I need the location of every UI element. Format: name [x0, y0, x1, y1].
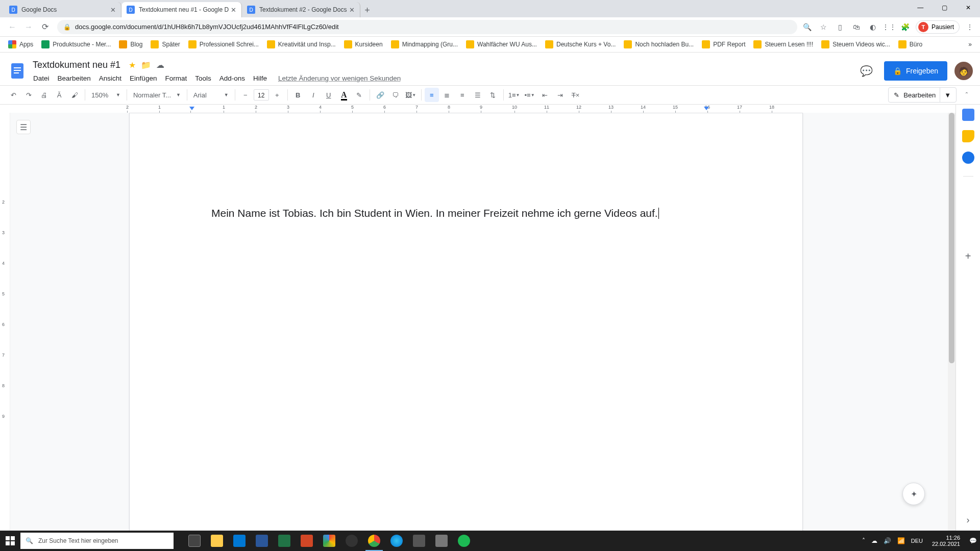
bookmark-item[interactable]: Kursideen	[340, 37, 387, 52]
paint-format-button[interactable]: 🖌	[67, 88, 82, 102]
align-right-button[interactable]: ≡	[455, 88, 470, 102]
editing-mode-select[interactable]: ✎ Bearbeiten ▼	[888, 87, 957, 103]
scrollbar-thumb[interactable]	[949, 113, 954, 363]
document-title-input[interactable]: Textdokument neu #1	[30, 59, 124, 71]
zoom-icon[interactable]: 🔍	[801, 21, 814, 33]
bookmark-item[interactable]: Steuern Videos wic...	[817, 37, 894, 52]
last-edit-link[interactable]: Letzte Änderung vor wenigen Sekunden	[275, 73, 404, 83]
vertical-scrollbar[interactable]	[948, 113, 955, 531]
close-window-button[interactable]: ✕	[956, 0, 980, 15]
share-button[interactable]: 🔒 Freigeben	[884, 61, 947, 81]
start-button[interactable]	[0, 531, 20, 551]
notifications-icon[interactable]: 💬	[969, 537, 977, 544]
print-button[interactable]: 🖨	[37, 88, 51, 102]
profile-chip[interactable]: T Pausiert	[916, 20, 960, 34]
explore-button[interactable]: ✦	[902, 483, 925, 505]
bookmark-item[interactable]: PDF Report	[698, 37, 749, 52]
kebab-menu-icon[interactable]: ⋮	[964, 21, 976, 33]
collapse-toolbar-button[interactable]: ˆ	[960, 88, 974, 102]
menu-datei[interactable]: Datei	[30, 73, 53, 83]
menu-addons[interactable]: Add-ons	[216, 73, 249, 83]
hide-side-panel-button[interactable]: ›	[967, 515, 970, 525]
bookmark-item[interactable]: Professionell Schrei...	[184, 37, 263, 52]
apps-shortcut[interactable]: Apps	[4, 37, 37, 52]
bookmark-item[interactable]: Wahlfächer WU Aus...	[462, 37, 541, 52]
excel-app[interactable]	[274, 531, 295, 551]
chrome-app[interactable]	[363, 531, 385, 551]
bookmark-item[interactable]: Noch hochladen Bu...	[620, 37, 698, 52]
decrease-indent-button[interactable]: ⇤	[538, 88, 552, 102]
account-avatar[interactable]: 🧑	[954, 62, 973, 80]
file-explorer-app[interactable]	[206, 531, 228, 551]
reader-icon[interactable]: ▯	[834, 21, 846, 33]
close-icon[interactable]: ✕	[231, 6, 236, 14]
bookmark-item[interactable]: Kreativität und Insp...	[263, 37, 340, 52]
menu-ansicht[interactable]: Ansicht	[95, 73, 125, 83]
open-comments-button[interactable]: 💬	[856, 61, 877, 81]
insert-link-button[interactable]: 🔗	[373, 88, 387, 102]
word-app[interactable]	[251, 531, 273, 551]
align-center-button[interactable]: ≣	[440, 88, 454, 102]
close-icon[interactable]: ✕	[349, 6, 355, 14]
zoom-select[interactable]: 150%▼	[88, 88, 124, 102]
bookmark-item[interactable]: Deutsche Kurs + Vo...	[541, 37, 620, 52]
tasks-addon-icon[interactable]	[962, 152, 974, 164]
mail-app[interactable]	[229, 531, 250, 551]
reload-button[interactable]: ⟳	[38, 20, 52, 34]
document-page[interactable]: Mein Name ist Tobias. Ich bin Student in…	[129, 113, 803, 531]
decrease-font-button[interactable]: −	[238, 88, 253, 102]
align-left-button[interactable]: ≡	[425, 88, 439, 102]
undo-button[interactable]: ↶	[6, 88, 20, 102]
bookmark-item[interactable]: Mindmapping (Gru...	[387, 37, 462, 52]
text-color-button[interactable]: A	[337, 88, 351, 102]
bookmark-item[interactable]: Büro	[894, 37, 926, 52]
bookmark-item[interactable]: Steuern Lesen !!!!	[749, 37, 817, 52]
font-size-input[interactable]: 12	[254, 89, 269, 101]
tray-chevron-icon[interactable]: ˄	[862, 537, 865, 544]
spotify-app[interactable]	[453, 531, 475, 551]
keep-addon-icon[interactable]	[962, 130, 974, 142]
obs-app[interactable]	[341, 531, 362, 551]
address-bar[interactable]: 🔒 docs.google.com/document/d/1hUH8k6h7Lb…	[57, 20, 797, 34]
menu-format[interactable]: Format	[161, 73, 190, 83]
ext-icon[interactable]: ◐	[867, 21, 879, 33]
minimize-button[interactable]: —	[909, 0, 933, 15]
language-indicator[interactable]: DEU	[911, 538, 923, 544]
highlight-button[interactable]: ✎	[352, 88, 366, 102]
get-addons-button[interactable]: +	[965, 251, 971, 262]
app-icon[interactable]	[408, 531, 430, 551]
menu-hilfe[interactable]: Hilfe	[250, 73, 271, 83]
redo-button[interactable]: ↷	[21, 88, 36, 102]
taskbar-clock[interactable]: 11:26 22.02.2021	[929, 535, 963, 547]
insert-comment-button[interactable]: 🗨	[388, 88, 403, 102]
calendar-addon-icon[interactable]	[962, 109, 974, 121]
right-indent-marker[interactable]	[704, 107, 709, 110]
menu-bearbeiten[interactable]: Bearbeiten	[54, 73, 94, 83]
menu-einfuegen[interactable]: Einfügen	[126, 73, 160, 83]
document-body[interactable]: Mein Name ist Tobias. Ich bin Student in…	[211, 205, 721, 222]
font-select[interactable]: Arial▼	[190, 88, 232, 102]
taskbar-search[interactable]: 🔍 Zur Suche Text hier eingeben	[20, 533, 174, 549]
vertical-ruler[interactable]: 2 3 4 5 6 7 8 9	[0, 113, 10, 531]
ext-icon[interactable]: ⋮⋮	[883, 21, 895, 33]
spellcheck-button[interactable]: Ă	[52, 88, 66, 102]
bookmark-item[interactable]: Blog	[115, 37, 146, 52]
close-icon[interactable]: ✕	[110, 6, 116, 14]
edge-app[interactable]	[386, 531, 407, 551]
maximize-button[interactable]: ▢	[933, 0, 957, 15]
horizontal-ruler[interactable]: 21123456789101112131415161718	[0, 105, 980, 113]
back-button[interactable]: ←	[5, 20, 19, 34]
menu-tools[interactable]: Tools	[191, 73, 215, 83]
increase-font-button[interactable]: +	[270, 88, 284, 102]
browser-tab-2[interactable]: D Textdokument #2 - Google Docs ✕	[242, 2, 360, 17]
bold-button[interactable]: B	[291, 88, 305, 102]
paragraph-style-select[interactable]: Normaler T...▼	[130, 88, 184, 102]
star-icon[interactable]: ★	[129, 60, 136, 70]
move-icon[interactable]: 📁	[141, 60, 151, 70]
line-spacing-button[interactable]: ⇅	[486, 88, 500, 102]
insert-image-button[interactable]: 🖼▼	[404, 88, 418, 102]
browser-tab-0[interactable]: D Google Docs ✕	[4, 2, 121, 17]
clear-formatting-button[interactable]: T×	[569, 88, 583, 102]
align-justify-button[interactable]: ☰	[471, 88, 485, 102]
app-icon[interactable]	[431, 531, 452, 551]
